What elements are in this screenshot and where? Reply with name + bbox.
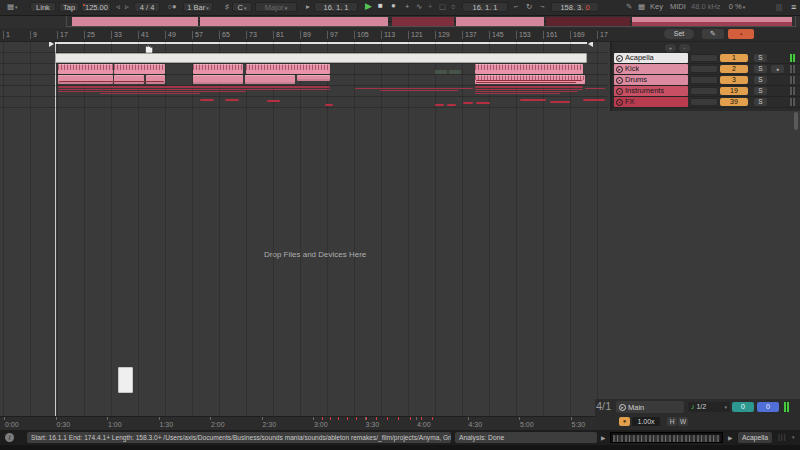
clip[interactable] (58, 75, 113, 84)
nudge-up-button[interactable]: ▹ (122, 2, 131, 12)
main-value-a[interactable]: 0 (732, 402, 754, 412)
preview-track-selector[interactable]: Acapella (738, 432, 772, 443)
track-value-box[interactable]: 2 (720, 65, 748, 73)
link-button[interactable]: Link (30, 2, 56, 12)
clip[interactable] (58, 91, 246, 92)
clip[interactable] (475, 93, 560, 94)
session-record-button[interactable]: ▢ (436, 2, 446, 12)
arrangement-overview[interactable] (0, 15, 800, 29)
track-io-box[interactable] (690, 98, 718, 106)
clip[interactable] (476, 80, 582, 81)
computer-midi-keyboard-button[interactable]: ▦ (635, 2, 645, 12)
midi-map-button[interactable]: MIDI (667, 2, 687, 12)
loop-brace[interactable] (55, 42, 587, 44)
clip[interactable] (193, 75, 243, 84)
clip[interactable] (118, 367, 133, 393)
clip[interactable] (475, 91, 578, 92)
root-note-menu[interactable]: C▾ (232, 2, 252, 12)
track-value-box[interactable]: 1 (720, 54, 748, 62)
clip[interactable] (476, 82, 576, 83)
stop-icon[interactable]: ▪ (616, 77, 623, 84)
track-header-instruments[interactable]: ▪Instruments19S (612, 86, 800, 97)
loop-switch-button[interactable]: ↻ (523, 2, 534, 12)
clip[interactable] (520, 99, 546, 101)
track-name-cell[interactable]: ▪Instruments (614, 86, 688, 96)
track-io-box[interactable] (690, 65, 718, 73)
track-header-fx[interactable]: ▪FX39S (612, 97, 800, 108)
clip[interactable] (245, 75, 295, 84)
punch-out-button[interactable]: ¬ (537, 2, 546, 12)
track-name-cell[interactable]: ▸Acapella (614, 53, 688, 63)
clip[interactable] (200, 99, 214, 101)
info-icon[interactable]: i (5, 433, 14, 442)
clip[interactable] (58, 64, 113, 74)
stop-button[interactable]: ■ (375, 1, 385, 11)
loop-start-field[interactable]: 16. 1. 1 (462, 2, 508, 12)
solo-button[interactable]: S (754, 76, 767, 84)
draw-mode-toggle-button[interactable]: ✎ (702, 29, 724, 39)
clip[interactable] (355, 88, 473, 89)
follow-button[interactable]: ▸ (303, 2, 311, 12)
time-ruler[interactable]: 0:000:301:001:302:002:303:003:304:004:30… (0, 416, 608, 431)
clip[interactable] (58, 86, 330, 88)
track-value-box[interactable]: 39 (720, 98, 748, 106)
time-signature-field[interactable]: 4 / 4 (134, 2, 160, 12)
clip[interactable] (246, 64, 330, 74)
window-layout-icon[interactable]: ▦▾ (4, 2, 20, 12)
track-header-acapella[interactable]: ▸Acapella1S (612, 53, 800, 64)
play-icon[interactable]: ▸ (616, 55, 623, 62)
clip[interactable] (225, 99, 239, 101)
track-io-box[interactable] (690, 54, 718, 62)
record-button[interactable]: ● (388, 1, 398, 11)
clip[interactable] (463, 102, 473, 104)
play-icon[interactable]: ▸ (616, 66, 623, 73)
clip[interactable] (435, 104, 444, 106)
track-name-cell[interactable]: ▪Drums (614, 75, 688, 85)
automation-arm-button[interactable]: ∿ (413, 2, 423, 12)
tap-tempo-button[interactable]: Tap (59, 2, 79, 12)
clip[interactable] (475, 89, 583, 90)
zoom-in-button[interactable]: + (665, 44, 676, 52)
scale-name-menu[interactable]: Major▾ (255, 2, 297, 12)
vertical-scrollbar[interactable] (794, 112, 798, 130)
preview-waveform[interactable] (610, 432, 723, 443)
clip[interactable] (475, 86, 583, 88)
play-button[interactable]: ▶ (362, 1, 372, 11)
track-header-drums[interactable]: ▪Drums3S (612, 75, 800, 86)
main-track-header[interactable]: ▸ Main (616, 401, 684, 413)
metronome-button[interactable]: ○● (163, 2, 181, 12)
preview-caret-icon[interactable]: ▾ (792, 434, 795, 440)
solo-button[interactable]: S (754, 54, 767, 62)
clip[interactable] (100, 93, 200, 94)
bar-ruler[interactable]: 1917253341495765738189971051131211291371… (0, 28, 608, 41)
capture-midi-button[interactable]: + (425, 2, 434, 12)
track-value-box[interactable]: 19 (720, 87, 748, 95)
clip[interactable] (193, 64, 243, 74)
playback-speed-field[interactable]: 1.00x (632, 417, 660, 426)
set-locator-button[interactable]: Set (664, 29, 694, 39)
draw-mode-button[interactable]: ✎ (623, 2, 633, 12)
reenable-automation-button[interactable]: ○ (448, 2, 458, 12)
clip[interactable] (583, 99, 605, 101)
arm-button[interactable]: ● (771, 65, 784, 73)
track-header-kick[interactable]: ▸Kick2S● (612, 64, 800, 75)
clip[interactable] (325, 104, 333, 106)
zoom-out-button[interactable]: - (679, 44, 690, 52)
punch-in-button[interactable]: ⌐ (511, 2, 520, 12)
nudge-down-button[interactable]: ◃ (113, 2, 122, 12)
quantize-menu[interactable]: 1 Bar▾ (183, 2, 213, 12)
clip[interactable] (476, 102, 490, 104)
clip[interactable] (475, 64, 583, 74)
height-zoom-button[interactable]: H (667, 417, 677, 426)
track-name-cell[interactable]: ▪FX (614, 97, 688, 107)
menu-icon[interactable]: ≡ (788, 2, 798, 12)
overdub-button[interactable]: + (402, 2, 411, 12)
track-value-box[interactable]: 3 (720, 76, 748, 84)
clip[interactable] (55, 53, 587, 63)
back-to-arrangement-button[interactable]: ▪ (728, 29, 754, 39)
loop-length-field[interactable]: 158. 3. 0 (551, 2, 599, 12)
clip[interactable] (114, 75, 144, 84)
preview-play-icon[interactable]: ▶ (601, 434, 606, 441)
clip[interactable] (267, 100, 280, 102)
solo-button[interactable]: S (754, 87, 767, 95)
